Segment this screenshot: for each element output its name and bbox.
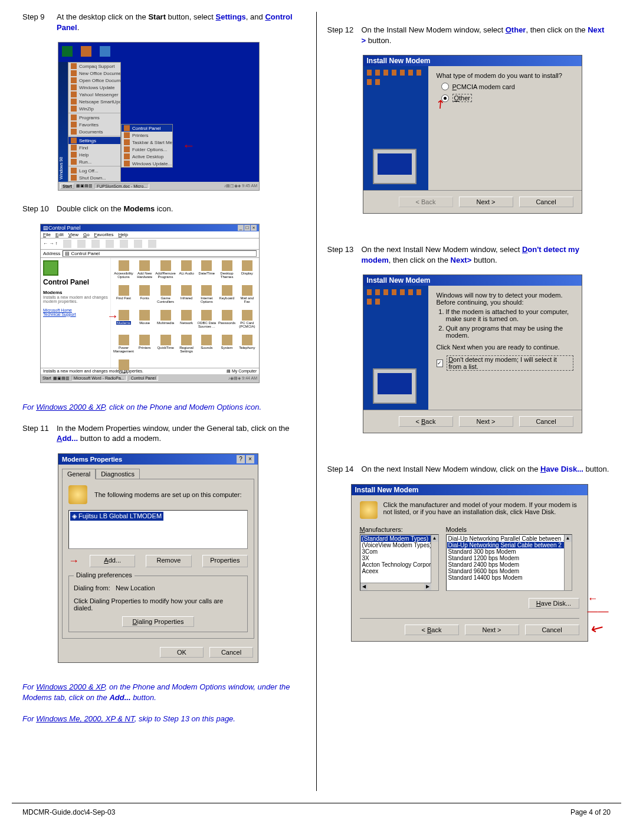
cp-icon[interactable]: Passwords [217,310,236,334]
list-item[interactable]: Aceex [361,568,438,574]
cut-icon[interactable] [63,240,71,248]
address-field[interactable]: ▤ Control Panel [63,250,257,257]
add-button[interactable]: Add... [90,555,135,567]
submenu-item[interactable]: Active Desktop [122,153,172,160]
desktop-icon[interactable] [62,46,73,57]
cp-icon[interactable]: Date/Time [197,260,216,284]
cp-icon[interactable]: Sounds [197,335,216,358]
help-button[interactable]: ? [237,455,245,463]
cp-icon[interactable]: Mouse [135,310,154,334]
cp-icon[interactable]: Accessibility Options [113,260,134,284]
next-button[interactable]: Next > [459,416,513,427]
menu-favorites[interactable]: Favorites [94,232,114,237]
desktop-icon[interactable] [100,46,110,57]
close-button[interactable]: × [246,455,254,463]
undo-icon[interactable] [106,240,114,248]
close-button[interactable]: × [251,225,257,231]
ms-home-link[interactable]: Microsoft Home [43,308,108,312]
menu-item[interactable]: Compaq Support [68,63,120,70]
list-item[interactable]: Accton Technology Corpor [361,561,438,568]
start-button[interactable]: Start [42,376,51,380]
list-item[interactable]: ◈ Fujitsu LB Global LTMODEM [70,512,163,521]
have-disk-button[interactable]: Have Disk... [529,598,579,609]
menu-item[interactable]: Find [68,144,120,151]
minimize-button[interactable]: _ [238,225,244,231]
submenu-item[interactable]: Windows Update... [122,160,172,167]
submenu-item[interactable]: Control Panel [122,125,172,132]
delete-icon[interactable] [120,240,128,248]
submenu-item[interactable]: Taskbar & Start Menu... [122,139,172,146]
menu-item[interactable]: Programs [68,114,120,121]
scroll-up-icon[interactable]: ▲ [565,535,572,542]
scroll-up-icon[interactable]: ▲ [431,535,438,542]
radio-other[interactable]: Other [441,94,573,102]
back-button[interactable]: < Back [399,416,453,427]
menu-item[interactable]: Documents [68,128,120,135]
cp-icon[interactable]: Display [238,260,257,284]
cp-icon[interactable]: PC Card (PCMCIA) [238,310,257,334]
menu-item[interactable]: Settings [68,137,120,144]
list-item[interactable]: 3X [361,555,438,561]
tab-general[interactable]: General [62,469,96,479]
menu-item[interactable]: Shut Down... [68,174,120,181]
back-button[interactable]: < Back [405,625,459,635]
cp-icon[interactable]: Add New Hardware [135,260,154,284]
cp-icon[interactable]: Regional Settings [177,335,196,358]
modem-list[interactable]: ◈ Fujitsu LB Global LTMODEM [68,510,248,549]
cancel-button[interactable]: Cancel [525,625,579,635]
menu-item[interactable]: Netscape SmartUpdate [68,98,120,105]
taskbar-task[interactable]: FUPSIonScrn.doc - Micro... [94,184,149,189]
cp-icon[interactable]: Network [177,310,196,334]
radio-pcmcia[interactable]: PCMCIA modem card [441,83,573,90]
scroll-left-icon[interactable]: ◀ [360,583,368,590]
cp-icon[interactable]: Internet Options [197,285,216,309]
cp-icon[interactable]: Add/Remove Programs [155,260,176,284]
cp-icon[interactable]: Printers [135,335,154,358]
list-item[interactable]: Standard 300 bps Modem [447,548,571,555]
menu-item[interactable]: Yahoo! Messenger [68,91,120,98]
cancel-button[interactable]: Cancel [519,416,573,427]
list-item[interactable]: 3Com [361,548,438,555]
maximize-button[interactable]: □ [244,225,250,231]
menu-item[interactable]: New Office Document [68,70,120,77]
menu-help[interactable]: Help [119,232,128,237]
menu-item[interactable]: Favorites [68,121,120,128]
next-button[interactable]: Next > [465,625,519,635]
tab-diagnostics[interactable]: Diagnostics [96,469,140,479]
desktop-icon[interactable] [81,46,91,57]
paste-icon[interactable] [91,240,100,248]
manufacturers-list[interactable]: (Standard Modem Types)(VoiceView Modem T… [360,534,439,591]
taskbar-task[interactable]: Control Panel [129,375,158,381]
menu-file[interactable]: File [43,232,51,237]
list-item[interactable]: (Standard Modem Types) [361,535,438,542]
menu-view[interactable]: View [68,232,78,237]
cp-icon[interactable]: Mail and Fax [238,285,257,309]
cp-icon[interactable]: Power Management [113,335,134,358]
cp-icon[interactable]: System [217,335,236,358]
checkbox-dont-detect[interactable]: ✓ Don't detect my modem; I will select i… [437,355,573,371]
ok-button[interactable]: OK [160,647,204,658]
views-icon[interactable] [148,240,156,248]
cp-icon[interactable]: Desktop Themes [217,260,236,284]
cancel-button[interactable]: Cancel [209,647,253,658]
cancel-button[interactable]: Cancel [519,197,573,207]
menu-item[interactable]: WinZip [68,105,120,112]
copy-icon[interactable] [77,240,86,248]
cp-icon[interactable]: Infrared [177,285,196,309]
submenu-item[interactable]: Folder Options... [122,146,172,153]
list-item[interactable]: Standard 14400 bps Modem [447,574,571,581]
properties-icon[interactable] [134,240,142,248]
scroll-right-icon[interactable]: ▶ [424,583,431,590]
list-item[interactable]: (VoiceView Modem Types) [361,542,438,548]
models-list[interactable]: Dial-Up Networking Parallel Cable betwee… [446,534,572,591]
menu-item[interactable]: Open Office Document [68,77,120,84]
tech-support-link[interactable]: Technical Support [43,312,108,316]
cp-icon[interactable]: Fonts [135,285,154,309]
menu-item[interactable]: Windows Update [68,84,120,91]
cp-icon[interactable]: ALi Audio [177,260,196,284]
list-item[interactable]: Standard 1200 bps Modem [447,555,571,561]
cp-icon[interactable]: Telephony [238,335,257,358]
menu-edit[interactable]: Edit [55,232,64,237]
next-button[interactable]: Next > [459,197,513,207]
submenu-item[interactable]: Printers [122,132,172,139]
